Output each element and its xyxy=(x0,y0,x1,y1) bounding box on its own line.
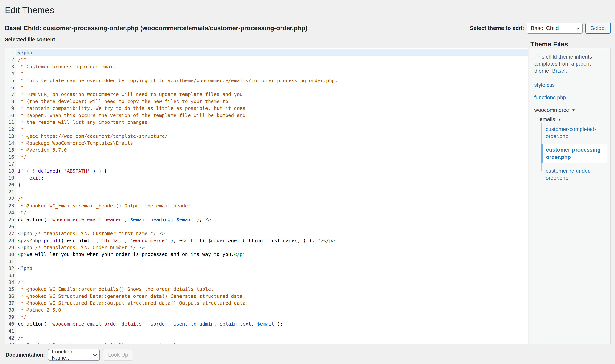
line-number: 7 xyxy=(5,91,16,98)
documentation-label: Documentation: xyxy=(6,352,45,358)
line-number: 35 xyxy=(5,286,16,293)
line-number: 16 xyxy=(5,154,16,161)
code-line[interactable]: * HOWEVER, on occasion WooCommerce will … xyxy=(16,91,528,98)
code-line[interactable]: <?php /* translators: %s: Order number *… xyxy=(16,244,528,251)
line-number: 30 xyxy=(5,251,16,258)
folder-emails[interactable]: emails ▼ xyxy=(540,116,607,123)
theme-files-heading: Theme Files xyxy=(529,40,611,48)
code-line[interactable]: * Customer processing order email xyxy=(16,63,528,70)
code-line[interactable] xyxy=(16,161,528,168)
line-number: 11 xyxy=(5,119,16,126)
code-editor[interactable]: 1234567891011121314151617181920212223242… xyxy=(5,48,528,344)
folder-woocommerce[interactable]: woocommerce ▼ xyxy=(534,107,607,113)
file-link-functions-php[interactable]: functions.php xyxy=(534,94,607,101)
code-line[interactable]: * xyxy=(16,70,528,77)
code-line[interactable]: <p><?php printf( esc_html__( 'Hi %s,', '… xyxy=(16,237,528,244)
code-line[interactable]: * xyxy=(16,126,528,133)
line-number: 40 xyxy=(5,321,16,327)
line-number: 41 xyxy=(5,328,16,335)
line-number: 33 xyxy=(5,272,16,279)
code-line[interactable]: <?php xyxy=(16,49,528,56)
theme-select[interactable]: Basel Child xyxy=(527,23,583,34)
code-line[interactable]: * xyxy=(16,84,528,91)
page-title: Edit Themes xyxy=(5,5,611,15)
theme-selector-controls: Select theme to edit: Basel Child Select xyxy=(470,23,611,34)
line-number: 22 xyxy=(5,195,16,202)
line-number: 32 xyxy=(5,265,16,272)
code-line[interactable] xyxy=(16,188,528,195)
folder-emails-label: emails xyxy=(540,116,555,123)
code-line[interactable] xyxy=(16,223,528,230)
line-number: 17 xyxy=(5,161,16,168)
tree-line xyxy=(536,113,536,120)
code-line[interactable]: * @hooked WC_Emails::order_meta() Shows … xyxy=(16,341,528,344)
code-line[interactable] xyxy=(16,328,528,335)
chevron-down-icon xyxy=(93,353,97,356)
look-up-button[interactable]: Look Up xyxy=(103,349,133,361)
code-line[interactable]: * @version 3.7.0 xyxy=(16,147,528,154)
line-number: 20 xyxy=(5,182,16,188)
line-number: 18 xyxy=(5,168,16,175)
code-line[interactable]: exit; xyxy=(16,175,528,182)
code-line[interactable] xyxy=(16,258,528,265)
code-line[interactable]: * @since 2.5.0 xyxy=(16,307,528,313)
file-item-customer-processing-order-selected[interactable]: customer-processing-order.php xyxy=(541,144,607,163)
code-line[interactable]: * @hooked WC_Structured_Data::output_str… xyxy=(16,300,528,307)
code-line[interactable] xyxy=(16,272,528,279)
line-number: 39 xyxy=(5,314,16,321)
code-line[interactable]: /* xyxy=(16,335,528,341)
line-number: 24 xyxy=(5,209,16,216)
line-number: 21 xyxy=(5,188,16,195)
code-line[interactable]: */ xyxy=(16,154,528,161)
file-link-customer-completed-order[interactable]: customer-completed-order.php xyxy=(546,126,607,140)
code-line[interactable]: * @package WooCommerce\Templates\Emails xyxy=(16,140,528,147)
file-header-row: Basel Child: customer-processing-order.p… xyxy=(5,23,611,34)
line-number: 6 xyxy=(5,84,16,91)
line-number: 34 xyxy=(5,279,16,286)
code-line[interactable]: * maintain compatibility. We try to do t… xyxy=(16,105,528,112)
code-line[interactable]: /* xyxy=(16,195,528,202)
line-number: 38 xyxy=(5,307,16,313)
select-theme-button[interactable]: Select xyxy=(585,23,611,34)
editor-code[interactable]: <?php/** * Customer processing order ema… xyxy=(16,48,528,344)
chevron-down-icon xyxy=(576,26,580,29)
editor-gutter: 1234567891011121314151617181920212223242… xyxy=(5,48,16,344)
chevron-down-icon: ▼ xyxy=(572,108,575,112)
line-number: 25 xyxy=(5,216,16,223)
code-line[interactable]: <?php xyxy=(16,265,528,272)
chevron-down-icon: ▼ xyxy=(558,117,561,121)
file-link-customer-refunded-order[interactable]: customer-refunded-order.php xyxy=(546,167,607,182)
child-theme-notice: This child theme inherits templates from… xyxy=(534,53,607,74)
code-line[interactable]: * This template can be overridden by cop… xyxy=(16,77,528,84)
code-line[interactable]: do_action( 'woocommerce_email_order_deta… xyxy=(16,321,528,327)
line-number: 8 xyxy=(5,98,16,105)
code-line[interactable]: } xyxy=(16,182,528,188)
documentation-select[interactable]: Function Name... xyxy=(48,349,100,361)
select-theme-label: Select theme to edit: xyxy=(470,25,524,31)
code-line[interactable]: /** xyxy=(16,56,528,63)
code-line[interactable]: <?php /* translators: %s: Customer first… xyxy=(16,230,528,237)
code-line[interactable]: * @hooked WC_Emails::order_details() Sho… xyxy=(16,286,528,293)
code-line[interactable]: * @see https://woo.com/document/template… xyxy=(16,133,528,140)
code-line[interactable]: do_action( 'woocommerce_email_header', $… xyxy=(16,216,528,223)
code-line[interactable]: * (the theme developer) will need to cop… xyxy=(16,98,528,105)
code-line[interactable]: */ xyxy=(16,209,528,216)
line-number: 15 xyxy=(5,147,16,154)
line-number: 1 xyxy=(5,49,16,56)
line-number: 2 xyxy=(5,56,16,63)
line-number: 28 xyxy=(5,237,16,244)
line-number: 37 xyxy=(5,300,16,307)
code-line[interactable]: * @hooked WC_Structured_Data::generate_o… xyxy=(16,293,528,300)
theme-files-panel: This child theme inherits templates from… xyxy=(529,48,611,344)
line-number: 43 xyxy=(5,341,16,344)
code-line[interactable]: /* xyxy=(16,279,528,286)
code-line[interactable]: */ xyxy=(16,314,528,321)
selected-file-content-label: Selected file content: xyxy=(5,37,528,43)
file-link-style-css[interactable]: style.css xyxy=(534,82,607,88)
code-line[interactable]: * the readme will list any important cha… xyxy=(16,119,528,126)
code-line[interactable]: if ( ! defined( 'ABSPATH' ) ) { xyxy=(16,168,528,175)
parent-theme-link[interactable]: Basel xyxy=(552,68,565,74)
code-line[interactable]: * happen. When this occurs the version o… xyxy=(16,112,528,119)
code-line[interactable]: <p>We will let you know when your order … xyxy=(16,251,528,258)
code-line[interactable]: * @hooked WC_Emails::email_header() Outp… xyxy=(16,202,528,209)
